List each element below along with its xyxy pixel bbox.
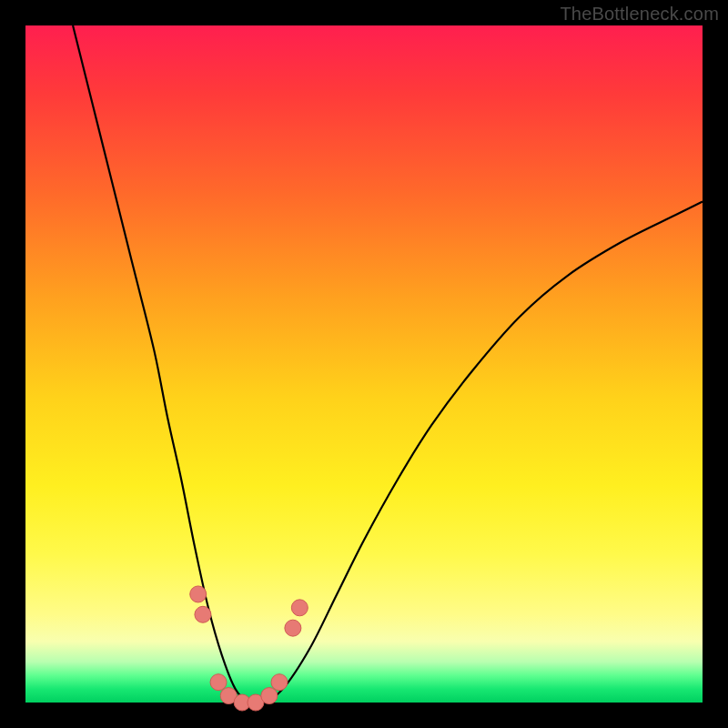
curve-marker xyxy=(190,586,207,602)
chart-frame: TheBottleneck.com xyxy=(0,0,728,728)
bottleneck-curve xyxy=(73,25,703,704)
curve-marker xyxy=(271,674,288,691)
watermark-text: TheBottleneck.com xyxy=(560,4,719,25)
curve-marker xyxy=(291,600,308,616)
curve-layer xyxy=(25,25,703,703)
curve-marker xyxy=(210,674,227,691)
plot-area xyxy=(25,25,703,703)
curve-marker xyxy=(285,620,301,636)
curve-marker xyxy=(195,606,211,622)
curve-marker xyxy=(261,688,278,704)
